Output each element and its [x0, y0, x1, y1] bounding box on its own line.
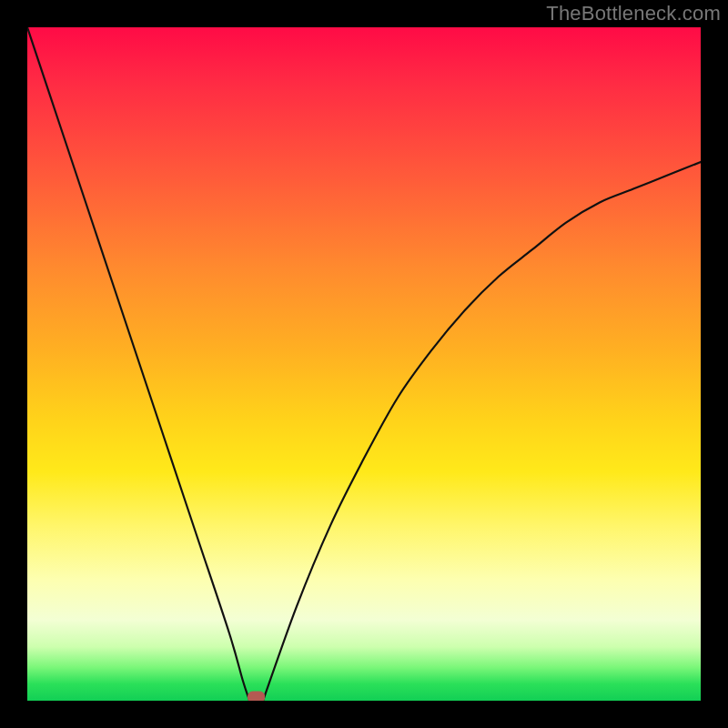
curve-layer — [27, 27, 701, 701]
curve-left-branch — [27, 27, 249, 701]
watermark-text: TheBottleneck.com — [546, 2, 721, 25]
chart-frame: TheBottleneck.com — [0, 0, 728, 728]
curve-right-branch — [263, 162, 701, 701]
plot-area — [27, 27, 701, 701]
minimum-marker — [248, 692, 265, 701]
